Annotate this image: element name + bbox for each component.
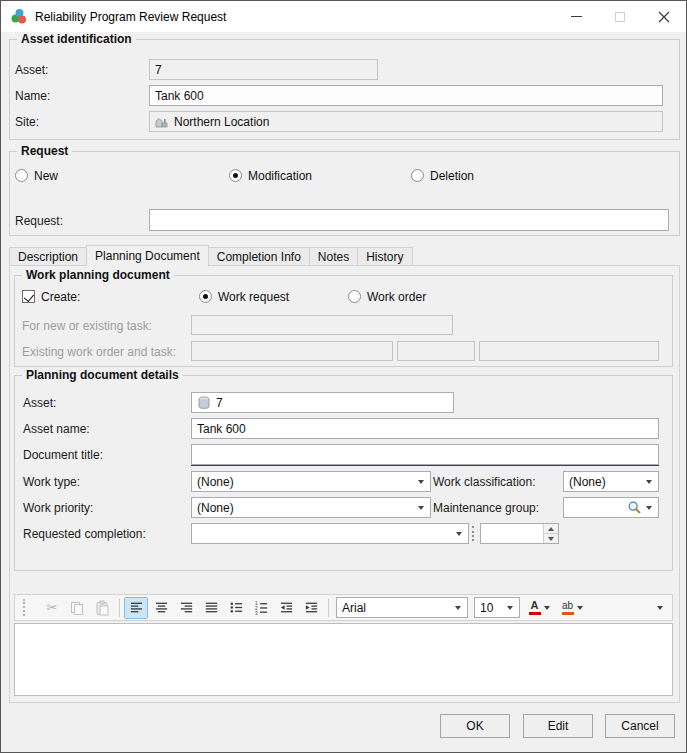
toolbar-separator: [328, 599, 329, 617]
tab-history[interactable]: History: [357, 247, 412, 266]
rich-text-toolbar: ✂: [14, 594, 673, 621]
description-text-area[interactable]: [14, 623, 673, 696]
request-legend: Request: [17, 144, 72, 158]
down-arrow-icon: [548, 537, 554, 541]
work-type-dropdown[interactable]: (None): [191, 471, 431, 492]
font-color-button[interactable]: A: [523, 597, 555, 619]
create-checkbox[interactable]: Create:: [22, 289, 80, 304]
font-family-value: Arial: [342, 601, 366, 615]
cut-icon: ✂: [47, 600, 58, 615]
dropdown-arrow-icon: [456, 532, 462, 536]
tab-completion-info[interactable]: Completion Info: [208, 247, 310, 266]
spinner-up-button[interactable]: [544, 524, 558, 534]
numbered-list-button[interactable]: 123: [249, 597, 273, 619]
radio-modification[interactable]: Modification: [229, 168, 312, 183]
align-right-icon: [179, 600, 194, 615]
radio-new[interactable]: New: [15, 168, 58, 183]
dropdown-arrow-icon: [418, 480, 424, 484]
tab-label: History: [366, 250, 403, 264]
font-size-dropdown[interactable]: 10: [474, 597, 520, 618]
copy-button: [65, 597, 89, 619]
dropdown-arrow-icon: [455, 606, 461, 610]
cut-button: ✂: [40, 597, 64, 619]
close-button[interactable]: [642, 1, 686, 32]
tab-description[interactable]: Description: [9, 247, 87, 266]
minimize-button[interactable]: [554, 1, 598, 32]
highlight-icon: ab: [562, 601, 574, 615]
cancel-button-label: Cancel: [621, 719, 658, 733]
dropdown-arrow-icon: [544, 606, 550, 610]
align-left-button[interactable]: [124, 597, 148, 619]
paste-icon: [94, 600, 110, 616]
name-label: Name:: [15, 88, 50, 104]
create-checkbox-label: Create:: [41, 290, 80, 304]
cancel-button[interactable]: Cancel: [605, 714, 675, 738]
request-label: Request:: [15, 213, 63, 229]
name-field[interactable]: Tank 600: [149, 85, 663, 106]
font-color-icon: A: [529, 600, 541, 615]
site-field-value: Northern Location: [174, 115, 269, 129]
splitter-gripper: [472, 526, 476, 541]
work-type-label: Work type:: [23, 474, 80, 490]
details-asset-label: Asset:: [23, 395, 56, 411]
radio-dot: [411, 169, 424, 182]
document-title-field[interactable]: [191, 444, 659, 465]
bullet-list-button[interactable]: [224, 597, 248, 619]
font-size-value: 10: [480, 601, 493, 615]
dropdown-arrow-icon: [507, 606, 513, 610]
work-priority-label: Work priority:: [23, 500, 93, 516]
work-priority-value: (None): [197, 501, 234, 515]
radio-dot: [15, 169, 28, 182]
align-right-button[interactable]: [174, 597, 198, 619]
tab-planning-document[interactable]: Planning Document: [86, 245, 209, 266]
align-center-button[interactable]: [149, 597, 173, 619]
font-family-dropdown[interactable]: Arial: [336, 597, 468, 618]
spinner-buttons: [543, 524, 558, 543]
numbered-list-icon: 123: [254, 600, 269, 615]
existing-task-field: [397, 341, 475, 361]
asset-tank-icon: [197, 396, 211, 410]
checkbox-box: [22, 290, 35, 303]
ok-button[interactable]: OK: [440, 714, 510, 738]
tab-notes[interactable]: Notes: [309, 247, 358, 266]
radio-work-order[interactable]: Work order: [348, 289, 426, 304]
document-title-label: Document title:: [23, 447, 103, 463]
existing-work-order-field: [191, 341, 393, 361]
request-field[interactable]: [149, 209, 669, 231]
work-priority-dropdown[interactable]: (None): [191, 497, 431, 518]
radio-work-request-label: Work request: [218, 290, 289, 304]
site-label: Site:: [15, 114, 39, 130]
asset-field-value: 7: [155, 63, 162, 77]
overflow-arrow-icon: [657, 606, 663, 610]
decrease-indent-button[interactable]: [274, 597, 298, 619]
justify-button[interactable]: [199, 597, 223, 619]
details-asset-name-value: Tank 600: [197, 422, 246, 436]
requested-completion-label: Requested completion:: [23, 526, 146, 542]
bullet-list-icon: [229, 600, 244, 615]
work-classification-dropdown[interactable]: (None): [563, 471, 659, 492]
maintenance-group-lookup[interactable]: [563, 497, 659, 518]
radio-work-request[interactable]: Work request: [199, 289, 289, 304]
edit-button[interactable]: Edit: [523, 714, 593, 738]
app-icon: [10, 8, 27, 25]
toolbar-overflow-button[interactable]: [652, 597, 667, 619]
details-asset-name-field[interactable]: Tank 600: [191, 418, 659, 439]
requested-completion-time-spinner[interactable]: [480, 523, 559, 544]
asset-label: Asset:: [15, 62, 48, 78]
name-field-value: Tank 600: [155, 89, 204, 103]
site-field: Northern Location: [149, 111, 663, 132]
requested-completion-date-dropdown[interactable]: [191, 523, 469, 544]
caption-buttons: [554, 1, 686, 32]
site-icon: [155, 115, 169, 129]
spinner-down-button[interactable]: [544, 534, 558, 543]
increase-indent-button[interactable]: [299, 597, 323, 619]
radio-deletion-label: Deletion: [430, 169, 474, 183]
details-asset-field[interactable]: 7: [191, 392, 454, 413]
dropdown-arrow-icon: [418, 506, 424, 510]
details-asset-value: 7: [216, 396, 223, 410]
highlight-color-button[interactable]: ab: [556, 597, 588, 619]
radio-work-order-label: Work order: [367, 290, 426, 304]
radio-deletion[interactable]: Deletion: [411, 168, 474, 183]
work-classification-label: Work classification:: [433, 474, 535, 490]
up-arrow-icon: [548, 527, 554, 531]
